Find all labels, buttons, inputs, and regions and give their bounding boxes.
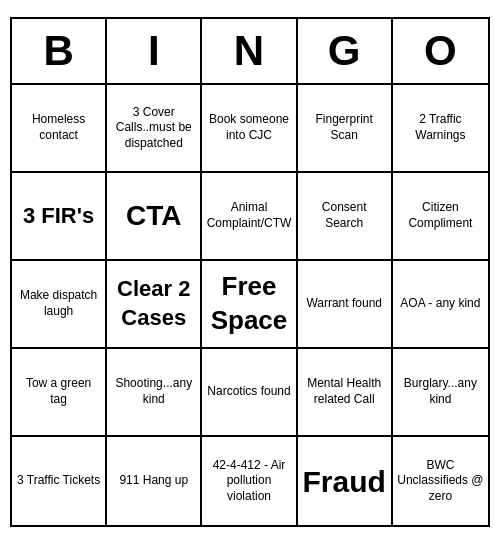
bingo-cell-0: Homeless contact <box>12 85 107 173</box>
bingo-cell-16: Shooting...any kind <box>107 349 202 437</box>
bingo-cell-9: Citizen Compliment <box>393 173 488 261</box>
bingo-letter-n: N <box>202 19 297 83</box>
bingo-cell-13: Warrant found <box>298 261 393 349</box>
bingo-cell-22: 42-4-412 - Air pollution violation <box>202 437 297 525</box>
bingo-cell-18: Mental Health related Call <box>298 349 393 437</box>
bingo-letter-g: G <box>298 19 393 83</box>
bingo-letter-o: O <box>393 19 488 83</box>
bingo-cell-3: Fingerprint Scan <box>298 85 393 173</box>
bingo-cell-5: 3 FIR's <box>12 173 107 261</box>
bingo-cell-6: CTA <box>107 173 202 261</box>
bingo-cell-20: 3 Traffic Tickets <box>12 437 107 525</box>
bingo-cell-10: Make dispatch laugh <box>12 261 107 349</box>
bingo-letter-b: B <box>12 19 107 83</box>
bingo-cell-12: Free Space <box>202 261 297 349</box>
bingo-cell-19: Burglary...any kind <box>393 349 488 437</box>
bingo-grid: Homeless contact3 Cover Calls..must be d… <box>12 85 488 525</box>
bingo-cell-23: Fraud <box>298 437 393 525</box>
bingo-letter-i: I <box>107 19 202 83</box>
bingo-cell-1: 3 Cover Calls..must be dispatched <box>107 85 202 173</box>
bingo-cell-4: 2 Traffic Warnings <box>393 85 488 173</box>
bingo-header: BINGO <box>12 19 488 85</box>
bingo-cell-14: AOA - any kind <box>393 261 488 349</box>
bingo-cell-24: BWC Unclassifieds @ zero <box>393 437 488 525</box>
bingo-cell-15: Tow a green tag <box>12 349 107 437</box>
bingo-cell-17: Narcotics found <box>202 349 297 437</box>
bingo-cell-8: Consent Search <box>298 173 393 261</box>
bingo-cell-7: Animal Complaint/CTW <box>202 173 297 261</box>
bingo-cell-21: 911 Hang up <box>107 437 202 525</box>
bingo-cell-2: Book someone into CJC <box>202 85 297 173</box>
bingo-cell-11: Clear 2 Cases <box>107 261 202 349</box>
bingo-card: BINGO Homeless contact3 Cover Calls..mus… <box>10 17 490 527</box>
